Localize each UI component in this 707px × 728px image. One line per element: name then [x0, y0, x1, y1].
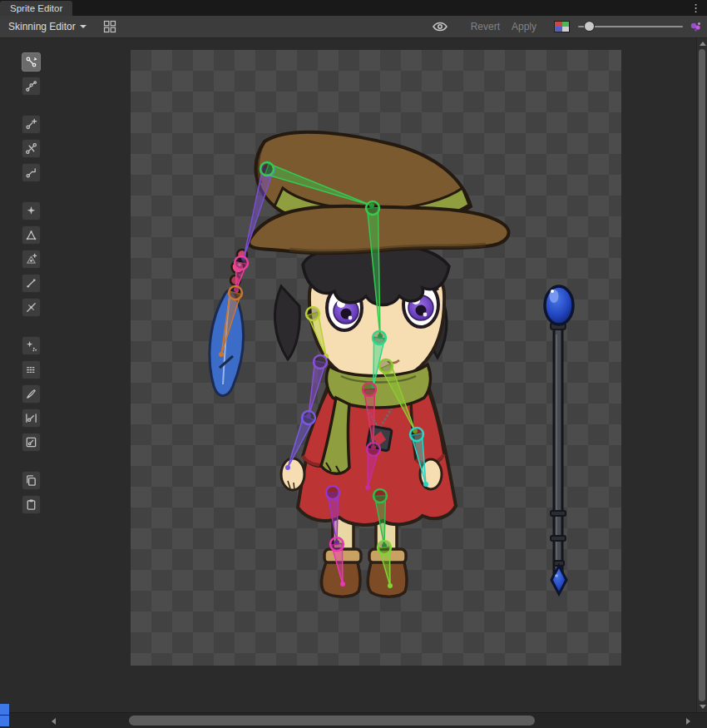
sprite-influence-tool[interactable] — [22, 433, 41, 452]
preview-pose-icon — [25, 56, 37, 68]
weight-slider-tool[interactable] — [22, 360, 41, 379]
tab-sprite-editor[interactable]: Sprite Editor — [0, 1, 72, 17]
channel-alpha-swatch — [562, 27, 570, 32]
tool-group — [22, 115, 41, 182]
create-vertex-tool[interactable] — [22, 250, 41, 269]
window-menu-icon[interactable]: ⋮ — [690, 1, 701, 15]
sprite-sheet-icon — [103, 20, 116, 33]
weight-slider-icon — [25, 364, 37, 376]
canvas-viewport[interactable] — [0, 38, 696, 712]
sprite-influence-icon — [25, 436, 37, 448]
scroll-right-icon[interactable] — [686, 718, 690, 725]
create-edge-tool[interactable] — [22, 274, 41, 293]
horizontal-scrollbar[interactable] — [0, 712, 707, 728]
create-edge-icon — [25, 277, 37, 290]
split-edge-icon — [25, 301, 37, 314]
auto-geometry-tool[interactable] — [22, 201, 41, 220]
tool-group — [22, 52, 41, 96]
channel-blue-swatch — [555, 27, 562, 32]
paste-tool[interactable] — [22, 495, 41, 514]
chevron-down-icon — [80, 25, 87, 28]
mode-dropdown[interactable]: Skinning Editor — [5, 19, 90, 34]
reparent-bone-icon — [25, 166, 37, 179]
dock-accent-bottom — [0, 716, 9, 726]
zoom-slider-thumb[interactable] — [585, 22, 594, 31]
auto-geometry-icon — [25, 205, 37, 217]
scroll-down-icon[interactable] — [700, 705, 706, 709]
weight-brush-tool[interactable] — [22, 384, 41, 404]
sprite-sheet-button[interactable] — [101, 18, 118, 35]
dock-accent-top — [0, 704, 9, 715]
edit-joints-tool[interactable] — [22, 77, 41, 96]
edit-geometry-icon — [25, 229, 37, 241]
bone-influence-icon — [25, 412, 37, 424]
scroll-up-icon[interactable] — [700, 42, 706, 46]
transparency-checkerboard — [131, 50, 621, 666]
mip-levels-icon[interactable] — [690, 21, 702, 33]
split-edge-tool[interactable] — [22, 298, 41, 317]
tool-group — [22, 201, 41, 317]
color-channels-icon[interactable] — [554, 21, 570, 32]
edit-geometry-tool[interactable] — [22, 225, 41, 245]
auto-weights-tool[interactable] — [22, 336, 41, 355]
sprite-editor-window: Sprite Editor ⋮ Skinning Editor Revert A… — [0, 0, 707, 728]
create-bone-tool[interactable] — [22, 115, 41, 134]
copy-icon — [25, 474, 37, 487]
revert-button[interactable]: Revert — [465, 19, 506, 34]
skinning-tools-sidebar — [22, 52, 41, 533]
zoom-slider-track — [578, 26, 683, 27]
tool-group — [22, 336, 41, 452]
horizontal-scrollbar-thumb[interactable] — [129, 716, 535, 726]
toolbar: Skinning Editor Revert Apply — [0, 16, 707, 38]
visibility-toggle[interactable] — [428, 18, 452, 35]
scroll-left-icon[interactable] — [52, 718, 56, 725]
create-vertex-icon — [25, 253, 37, 265]
create-bone-icon — [25, 118, 37, 131]
copy-tool[interactable] — [22, 471, 41, 490]
preview-pose-tool[interactable] — [22, 52, 41, 72]
zoom-slider[interactable] — [578, 21, 683, 32]
vertical-scrollbar[interactable] — [696, 38, 707, 712]
edit-joints-icon — [25, 80, 37, 92]
bone-influence-tool[interactable] — [22, 409, 41, 428]
vertical-scrollbar-thumb[interactable] — [699, 49, 705, 701]
tab-strip: Sprite Editor ⋮ — [0, 0, 707, 16]
tab-title: Sprite Editor — [10, 3, 62, 13]
paste-icon — [25, 498, 37, 511]
auto-weights-icon — [25, 339, 37, 352]
tool-group — [22, 471, 41, 514]
reparent-bone-tool[interactable] — [22, 163, 41, 182]
weight-brush-icon — [25, 388, 37, 400]
split-bone-icon — [25, 142, 37, 155]
split-bone-tool[interactable] — [22, 139, 41, 158]
apply-button[interactable]: Apply — [506, 19, 542, 34]
mode-dropdown-label: Skinning Editor — [8, 21, 76, 32]
eye-icon — [432, 20, 448, 33]
